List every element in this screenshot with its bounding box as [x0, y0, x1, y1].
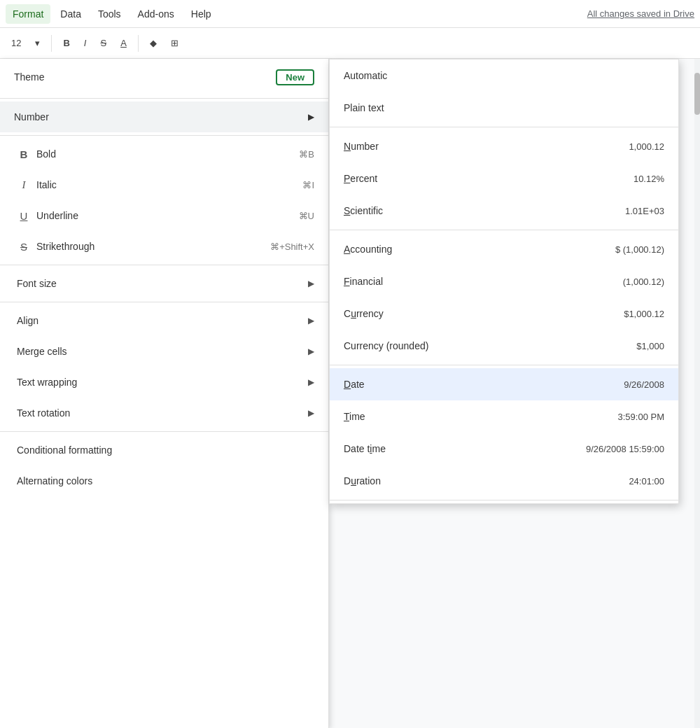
submenu-number[interactable]: Number 1,000.12 — [330, 130, 678, 162]
percent-label: Percent — [344, 173, 634, 184]
divider-2 — [0, 135, 328, 136]
theme-section: Theme New — [0, 59, 328, 95]
submenu-currency-rounded[interactable]: Currency (rounded) $1,000 — [330, 330, 678, 362]
drive-status: All changes saved in Drive — [587, 8, 694, 19]
submenu-accounting[interactable]: Accounting $ (1,000.12) — [330, 233, 678, 265]
duration-value: 24:01:00 — [629, 476, 664, 486]
number-label: Number — [14, 111, 49, 122]
scientific-label: Scientific — [344, 205, 625, 216]
number-underline: N — [344, 141, 351, 152]
merge-cells-menu-item[interactable]: Merge cells ▶ — [0, 336, 328, 367]
number-format-value: 1,000.12 — [629, 141, 664, 152]
number-item[interactable]: Number ▶ — [0, 102, 328, 132]
menu-tools[interactable]: Tools — [91, 4, 128, 24]
bold-label: Bold — [36, 148, 299, 160]
conditional-formatting-label: Conditional formatting — [17, 444, 314, 456]
datetime-value: 9/26/2008 15:59:00 — [586, 444, 664, 454]
underline-shortcut: ⌘U — [299, 211, 314, 221]
datetime-underline: i — [370, 443, 372, 454]
bold-shortcut: ⌘B — [299, 149, 314, 160]
submenu-financial[interactable]: Financial (1,000.12) — [330, 265, 678, 298]
alternating-colors-item[interactable]: Alternating colors — [0, 465, 328, 496]
font-size-menu-item[interactable]: Font size ▶ — [0, 268, 328, 299]
sub-divider-1 — [330, 127, 678, 127]
menu-format[interactable]: Format — [6, 4, 50, 24]
strikethrough-button[interactable]: S — [94, 35, 112, 51]
accounting-value: $ (1,000.12) — [615, 244, 664, 255]
toolbar-divider-1 — [51, 35, 52, 52]
menu-data[interactable]: Data — [53, 4, 88, 24]
dropdown-arrow-icon[interactable]: ▾ — [29, 35, 46, 51]
strikethrough-shortcut: ⌘+Shift+X — [270, 241, 314, 252]
fill-color-button[interactable]: ◆ — [144, 35, 162, 51]
font-size-label: Font size — [17, 278, 308, 289]
align-label: Align — [17, 315, 308, 326]
text-rotation-menu-item[interactable]: Text rotation ▶ — [0, 398, 328, 428]
format-dropdown: Theme New Number ▶ B Bold ⌘B I Italic ⌘I… — [0, 59, 329, 728]
strikethrough-label: Strikethrough — [36, 241, 270, 252]
submenu-date[interactable]: Date 9/26/2008 — [330, 368, 678, 400]
italic-button[interactable]: I — [78, 35, 92, 51]
date-value: 9/26/2008 — [624, 379, 664, 390]
text-wrapping-menu-item[interactable]: Text wrapping ▶ — [0, 367, 328, 398]
accounting-label: Accounting — [344, 244, 615, 255]
italic-menu-item[interactable]: I Italic ⌘I — [0, 169, 328, 200]
duration-label: Duration — [344, 475, 629, 486]
datetime-label: Date time — [344, 443, 586, 454]
conditional-formatting-item[interactable]: Conditional formatting — [0, 435, 328, 465]
submenu-automatic[interactable]: Automatic — [330, 59, 678, 92]
bold-menu-item[interactable]: B Bold ⌘B — [0, 139, 328, 169]
italic-shortcut: ⌘I — [302, 180, 314, 190]
underline-menu-item[interactable]: U Underline ⌘U — [0, 200, 328, 231]
underline-label: Underline — [36, 210, 299, 221]
submenu-currency[interactable]: Currency $1,000.12 — [330, 298, 678, 330]
menu-addons[interactable]: Add-ons — [131, 4, 181, 24]
font-color-button[interactable]: A — [115, 35, 132, 51]
sub-divider-2 — [330, 230, 678, 230]
text-rotation-label: Text rotation — [17, 407, 308, 419]
submenu-time[interactable]: Time 3:59:00 PM — [330, 400, 678, 433]
strikethrough-menu-item[interactable]: S Strikethrough ⌘+Shift+X — [0, 231, 328, 262]
text-wrapping-label: Text wrapping — [17, 377, 308, 388]
date-label: Date — [344, 379, 624, 390]
text-rotation-arrow-icon: ▶ — [308, 408, 314, 418]
scientific-value: 1.01E+03 — [625, 206, 664, 216]
bold-icon: B — [14, 148, 34, 160]
bold-button[interactable]: B — [57, 35, 75, 51]
time-value: 3:59:00 PM — [618, 412, 665, 422]
automatic-label: Automatic — [344, 70, 664, 81]
scrollbar[interactable] — [694, 59, 700, 728]
number-arrow-icon: ▶ — [308, 112, 314, 122]
currency-rounded-value: $1,000 — [636, 341, 664, 351]
currency-label: Currency — [344, 308, 624, 319]
underline-icon: U — [14, 210, 34, 222]
number-format-label: Number — [344, 141, 629, 152]
merge-cells-label: Merge cells — [17, 346, 308, 357]
sub-divider-3 — [330, 365, 678, 365]
divider-1 — [0, 98, 328, 99]
alternating-colors-label: Alternating colors — [17, 475, 314, 486]
theme-item[interactable]: Theme New — [0, 62, 328, 92]
italic-label: Italic — [36, 179, 302, 190]
submenu-scientific[interactable]: Scientific 1.01E+03 — [330, 195, 678, 227]
submenu-datetime[interactable]: Date time 9/26/2008 15:59:00 — [330, 433, 678, 465]
submenu-percent[interactable]: Percent 10.12% — [330, 162, 678, 195]
borders-button[interactable]: ⊞ — [165, 35, 184, 51]
menu-help[interactable]: Help — [184, 4, 218, 24]
new-badge: New — [276, 69, 314, 85]
submenu-duration[interactable]: Duration 24:01:00 — [330, 465, 678, 497]
scroll-thumb[interactable] — [694, 73, 700, 115]
accounting-underline: A — [344, 244, 350, 255]
currency-rounded-label: Currency (rounded) — [344, 340, 636, 351]
toolbar: 12 ▾ B I S A ◆ ⊞ — [0, 28, 700, 59]
duration-underline: u — [351, 475, 356, 486]
theme-label: Theme — [14, 71, 45, 83]
sub-divider-4 — [330, 500, 678, 500]
font-size-selector[interactable]: 12 — [6, 35, 27, 51]
submenu-plain-text[interactable]: Plain text — [330, 92, 678, 124]
percent-underline: P — [344, 173, 350, 184]
plain-text-label: Plain text — [344, 102, 664, 113]
divider-3 — [0, 265, 328, 265]
align-menu-item[interactable]: Align ▶ — [0, 305, 328, 336]
divider-5 — [0, 431, 328, 432]
